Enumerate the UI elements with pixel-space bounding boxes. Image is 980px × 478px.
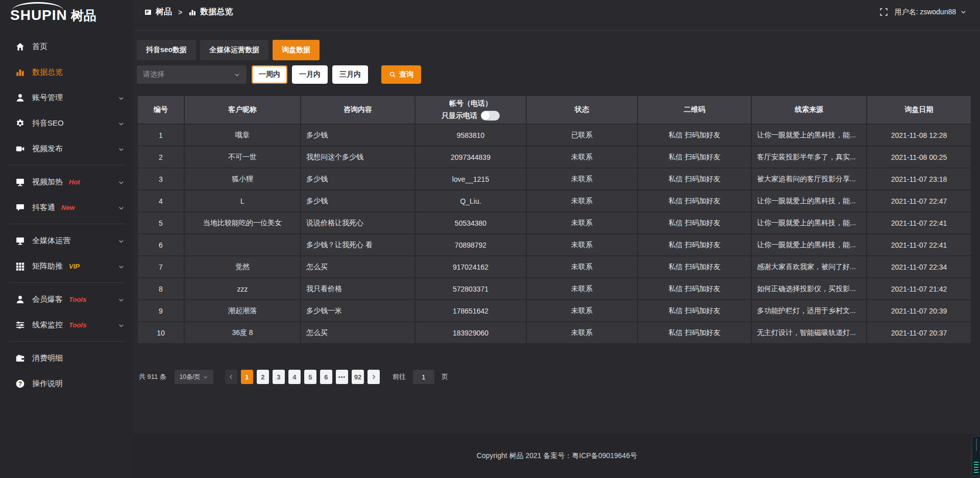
cell-content: 我想问这个多少钱 — [301, 146, 415, 168]
main: 树品>数据总览 用户名: zswodun88 抖音seo数据全媒体运营数据询盘数… — [134, 0, 980, 478]
cell-account: 9583810 — [415, 124, 526, 146]
range-button-1[interactable]: 一月内 — [292, 65, 328, 84]
tab-2[interactable]: 询盘数据 — [273, 40, 320, 60]
page-button-6[interactable]: 6 — [320, 370, 332, 384]
help-icon: ? — [15, 379, 25, 389]
cell-source-link[interactable]: 让你一眼就爱上的黑科技，能... — [751, 124, 867, 146]
table-row: 9潮起潮落多少钱一米178651642未联系私信 扫码加好友多功能护栏灯，适用于… — [137, 300, 971, 322]
widget-bar — [974, 472, 978, 473]
floating-widget[interactable] — [972, 436, 980, 476]
cell-account: love__1215 — [415, 168, 526, 190]
range-button-2[interactable]: 三月内 — [332, 65, 368, 84]
cell-source-link[interactable]: 感谢大家喜欢我家，被问了好... — [751, 256, 867, 278]
sidebar-item-9[interactable]: 会员爆客Tools — [0, 286, 134, 312]
tab-1[interactable]: 全媒体运营数据 — [200, 40, 268, 60]
cell-source-link[interactable]: 无主灯设计，智能磁吸轨道灯... — [751, 322, 867, 344]
cell-qr-link[interactable]: 私信 扫码加好友 — [638, 322, 751, 344]
cell-status: 未联系 — [526, 234, 638, 256]
cell-qr-link[interactable]: 私信 扫码加好友 — [638, 212, 751, 234]
cell-source-link[interactable]: 让你一眼就爱上的黑科技，能... — [751, 234, 867, 256]
sidebar-item-3[interactable]: 抖音SEO — [0, 110, 134, 136]
cell-date: 2021-11-08 12:28 — [867, 124, 971, 146]
cell-qr-link[interactable]: 私信 扫码加好友 — [638, 300, 751, 322]
page-button-4[interactable]: 4 — [288, 370, 301, 384]
sidebar-item-badge: New — [61, 204, 75, 211]
page-button-3[interactable]: 3 — [273, 370, 285, 384]
cell-qr-link[interactable]: 私信 扫码加好友 — [638, 278, 751, 300]
cell-qr-link[interactable]: 私信 扫码加好友 — [638, 234, 751, 256]
cell-source-link[interactable]: 让你一眼就爱上的黑科技，能... — [751, 190, 867, 212]
username[interactable]: 用户名: zswodun88 — [894, 8, 956, 17]
sidebar-item-7[interactable]: 全媒体运营 — [0, 228, 134, 253]
range-button-0[interactable]: 一周内 — [252, 65, 287, 84]
query-button[interactable]: 查询 — [381, 65, 421, 84]
cell-nickname: 狐小狸 — [184, 168, 301, 190]
page-size-select[interactable]: 10条/页 — [175, 370, 213, 384]
sidebar-item-12[interactable]: ?操作说明 — [0, 371, 134, 396]
cell-qr-link[interactable]: 私信 扫码加好友 — [638, 168, 751, 190]
sidebar-item-label: 矩阵助推 — [32, 261, 63, 271]
logo-arc-icon — [12, 2, 63, 10]
chevron-down-icon[interactable] — [960, 9, 967, 15]
sidebar-item-11[interactable]: 消费明细 — [0, 345, 134, 371]
cell-account: Q_Liu. — [415, 190, 526, 212]
cell-source-link[interactable]: 让你一眼就爱上的黑科技，能... — [751, 212, 867, 234]
table-row: 3狐小狸多少钱love__1215未联系私信 扫码加好友被大家追着问的客厅投影分… — [137, 168, 971, 190]
cell-date: 2021-11-07 23:18 — [867, 168, 971, 190]
page-button-1[interactable]: 1 — [241, 370, 253, 384]
logo[interactable]: SHUPIN树品 — [0, 0, 134, 28]
cell-qr-link[interactable]: 私信 扫码加好友 — [638, 190, 751, 212]
page-button-2[interactable]: 2 — [257, 370, 269, 384]
menu-divider — [9, 341, 125, 342]
goto-page-input[interactable] — [413, 370, 434, 384]
cell-source-link[interactable]: 被大家追着问的客厅投影分享... — [751, 168, 867, 190]
sidebar-item-8[interactable]: 矩阵助推VIP — [0, 253, 134, 279]
prev-page-button[interactable] — [225, 370, 237, 384]
breadcrumb: 树品>数据总览 — [144, 7, 233, 17]
sidebar-item-6[interactable]: 抖客通New — [0, 195, 134, 220]
next-page-button[interactable] — [368, 370, 380, 384]
sidebar-item-4[interactable]: 视频发布 — [0, 136, 134, 161]
breadcrumb-separator: > — [178, 8, 182, 16]
cell-content: 怎么买 — [301, 256, 415, 278]
tab-0[interactable]: 抖音seo数据 — [137, 40, 196, 60]
chat-icon — [15, 203, 25, 212]
cell-account: 572803371 — [415, 278, 526, 300]
table-row: 5当地比较能吃的一位美女说说价格让我死心50534380未联系私信 扫码加好友让… — [137, 212, 971, 234]
table-row: 6多少钱？让我死心 看70898792未联系私信 扫码加好友让你一眼就爱上的黑科… — [137, 234, 971, 256]
column-header-3: 帐号（电话）只显示电话 — [415, 95, 526, 124]
cell-date: 2021-11-07 22:41 — [867, 212, 971, 234]
cell-source-link[interactable]: 客厅安装投影半年多了，真实... — [751, 146, 867, 168]
breadcrumb-item-0[interactable]: 树品 — [144, 7, 172, 17]
gear-icon — [15, 118, 25, 128]
phone-only-toggle[interactable] — [481, 111, 500, 121]
cell-status: 未联系 — [526, 256, 638, 278]
filter-bar: 请选择 一周内一月内三月内 查询 — [137, 65, 972, 84]
widget-bar — [974, 467, 978, 468]
sidebar-item-2[interactable]: 账号管理 — [0, 85, 134, 110]
sidebar-item-5[interactable]: 视频加热Hot — [0, 169, 134, 195]
cell-content: 多少钱 — [301, 124, 415, 146]
cell-account: 917024162 — [415, 256, 526, 278]
more-pages-button[interactable]: ••• — [336, 370, 348, 384]
phone-toggle-row: 只显示电话 — [420, 111, 522, 121]
fullscreen-icon[interactable] — [879, 8, 888, 16]
page-button-92[interactable]: 92 — [352, 370, 364, 384]
cell-nickname: 不可一世 — [184, 146, 301, 168]
filter-select[interactable]: 请选择 — [137, 65, 247, 84]
cell-qr-link[interactable]: 私信 扫码加好友 — [638, 124, 751, 146]
sidebar-item-1[interactable]: 数据总览 — [0, 59, 134, 85]
cell-qr-link[interactable]: 私信 扫码加好友 — [638, 256, 751, 278]
sidebar-item-0[interactable]: 首页 — [0, 34, 134, 59]
chevron-down-icon — [234, 71, 240, 78]
cell-date: 2021-11-07 20:37 — [867, 322, 971, 344]
sidebar-item-10[interactable]: 线索监控Tools — [0, 312, 134, 338]
page-button-5[interactable]: 5 — [304, 370, 316, 384]
cell-qr-link[interactable]: 私信 扫码加好友 — [638, 146, 751, 168]
cell-source-link[interactable]: 多功能护栏灯，适用于乡村文... — [751, 300, 867, 322]
cell-source-link[interactable]: 如何正确选择投影仪，买投影... — [751, 278, 867, 300]
breadcrumb-item-1[interactable]: 数据总览 — [188, 7, 233, 17]
cell-account: 50534380 — [415, 212, 526, 234]
phone-toggle-label: 只显示电话 — [442, 111, 477, 121]
cell-no: 4 — [137, 190, 184, 212]
